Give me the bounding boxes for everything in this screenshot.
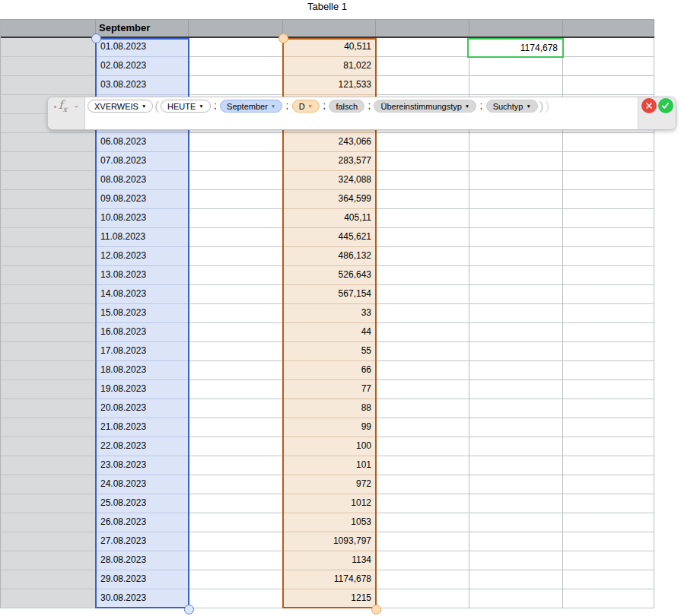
cell-f[interactable] — [469, 57, 563, 76]
cell-date[interactable]: 24.08.2023 — [96, 475, 189, 494]
cell-c[interactable] — [189, 228, 283, 247]
confirm-button[interactable] — [658, 98, 673, 113]
cell-value[interactable]: 77 — [283, 380, 376, 399]
cancel-button[interactable] — [641, 98, 657, 113]
header-cell-september[interactable]: September — [96, 20, 189, 37]
cell-a[interactable] — [0, 190, 96, 209]
cell-value[interactable]: 364,599 — [283, 190, 376, 209]
formula-token-september[interactable]: September▼ — [220, 100, 282, 113]
cell-value[interactable]: 486,132 — [283, 247, 376, 266]
cell-value[interactable]: 1215 — [283, 589, 376, 608]
cell-value[interactable]: 243,066 — [283, 133, 376, 152]
cell-g[interactable] — [563, 38, 654, 57]
cell-f[interactable] — [469, 323, 563, 342]
cell-c[interactable] — [189, 304, 283, 323]
cell-c[interactable] — [189, 57, 283, 76]
cell-c[interactable] — [189, 532, 283, 551]
cell-date[interactable]: 06.08.2023 — [96, 133, 189, 152]
header-cell-d[interactable] — [283, 20, 376, 37]
cell-e[interactable] — [376, 171, 469, 190]
cell-value[interactable]: 972 — [283, 475, 376, 494]
cell-f[interactable] — [469, 285, 563, 304]
formula-token-übereinstimmungstyp[interactable]: Übereinstimmungstyp▼ — [374, 100, 476, 113]
cell-a[interactable] — [0, 76, 96, 95]
cell-date[interactable]: 28.08.2023 — [96, 551, 189, 570]
cell-g[interactable] — [563, 418, 654, 437]
cell-value[interactable]: 121,533 — [283, 76, 376, 95]
cell-c[interactable] — [189, 342, 283, 361]
cell-date[interactable]: 03.08.2023 — [96, 76, 189, 95]
cell-e[interactable] — [376, 304, 469, 323]
cell-date[interactable]: 21.08.2023 — [96, 418, 189, 437]
cell-a[interactable] — [0, 171, 96, 190]
cell-f[interactable] — [469, 190, 563, 209]
formula-token-falsch[interactable]: falsch — [329, 100, 364, 113]
cell-g[interactable] — [563, 152, 654, 171]
header-cell-g[interactable] — [563, 20, 654, 37]
selection-handle-blue-bottom[interactable] — [184, 605, 194, 614]
cell-c[interactable] — [189, 171, 283, 190]
selection-handle-blue-top[interactable] — [91, 33, 101, 43]
cell-e[interactable] — [376, 456, 469, 475]
cell-a[interactable] — [0, 437, 96, 456]
cell-value[interactable]: 88 — [283, 399, 376, 418]
cell-e[interactable] — [376, 570, 469, 589]
cell-f[interactable] — [469, 494, 563, 513]
cell-c[interactable] — [189, 437, 283, 456]
cell-e[interactable] — [376, 532, 469, 551]
cell-a[interactable] — [0, 285, 96, 304]
cell-c[interactable] — [189, 323, 283, 342]
cell-c[interactable] — [189, 209, 283, 228]
cell-g[interactable] — [563, 570, 654, 589]
cell-date[interactable]: 29.08.2023 — [96, 570, 189, 589]
cell-c[interactable] — [189, 266, 283, 285]
cell-value[interactable]: 526,643 — [283, 266, 376, 285]
cell-f[interactable] — [469, 589, 563, 608]
cell-c[interactable] — [189, 551, 283, 570]
cell-e[interactable] — [376, 475, 469, 494]
cell-g[interactable] — [563, 399, 654, 418]
cell-c[interactable] — [189, 76, 283, 95]
cell-a[interactable] — [0, 418, 96, 437]
cell-g[interactable] — [563, 342, 654, 361]
cell-a[interactable] — [0, 304, 96, 323]
cell-f[interactable] — [469, 304, 563, 323]
cell-value[interactable]: 1053 — [283, 513, 376, 532]
cell-a[interactable] — [0, 456, 96, 475]
chevron-down-icon[interactable]: › — [72, 105, 81, 108]
selection-handle-orange-bottom[interactable] — [371, 605, 381, 614]
cell-e[interactable] — [376, 418, 469, 437]
cell-f[interactable] — [469, 38, 563, 57]
cell-f[interactable] — [469, 228, 563, 247]
cell-e[interactable] — [376, 323, 469, 342]
cell-value[interactable]: 99 — [283, 418, 376, 437]
cell-value[interactable]: 567,154 — [283, 285, 376, 304]
header-cell-e[interactable] — [376, 20, 469, 37]
cell-date[interactable]: 16.08.2023 — [96, 323, 189, 342]
cell-a[interactable] — [0, 152, 96, 171]
cell-c[interactable] — [189, 133, 283, 152]
cell-e[interactable] — [376, 152, 469, 171]
cell-e[interactable] — [376, 380, 469, 399]
cell-date[interactable]: 13.08.2023 — [96, 266, 189, 285]
cell-date[interactable]: 15.08.2023 — [96, 304, 189, 323]
cell-date[interactable]: 26.08.2023 — [96, 513, 189, 532]
cell-c[interactable] — [189, 513, 283, 532]
cell-a[interactable] — [0, 551, 96, 570]
cell-a[interactable] — [0, 57, 96, 76]
cell-a[interactable] — [0, 342, 96, 361]
cell-date[interactable]: 10.08.2023 — [96, 209, 189, 228]
cell-g[interactable] — [563, 494, 654, 513]
cell-g[interactable] — [563, 133, 654, 152]
cell-value[interactable]: 33 — [283, 304, 376, 323]
cell-c[interactable] — [189, 399, 283, 418]
cell-g[interactable] — [563, 209, 654, 228]
cell-c[interactable] — [189, 285, 283, 304]
cell-c[interactable] — [189, 494, 283, 513]
cell-e[interactable] — [376, 190, 469, 209]
cell-f[interactable] — [469, 399, 563, 418]
cell-c[interactable] — [189, 589, 283, 608]
cell-a[interactable] — [0, 399, 96, 418]
cell-value[interactable]: 324,088 — [283, 171, 376, 190]
cell-e[interactable] — [376, 494, 469, 513]
